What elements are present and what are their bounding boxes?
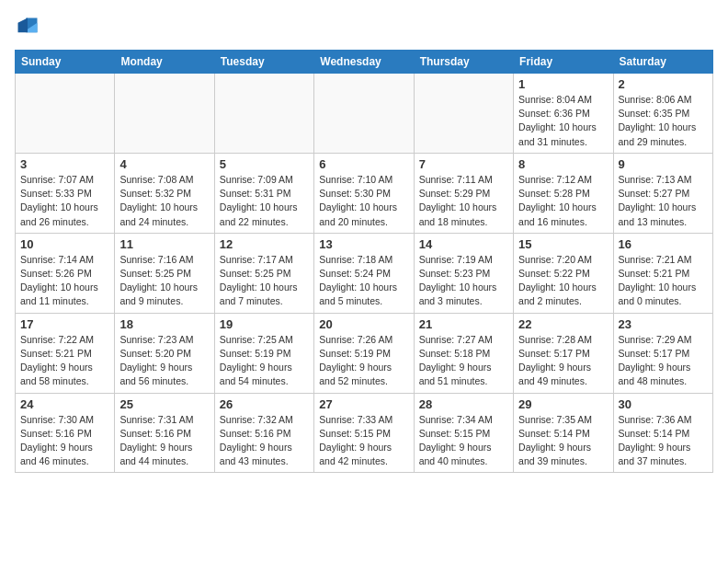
calendar-cell: 17Sunrise: 7:22 AMSunset: 5:21 PMDayligh… (16, 313, 115, 393)
day-info: Sunrise: 7:10 AMSunset: 5:30 PMDaylight:… (319, 173, 408, 229)
day-info: Sunrise: 7:11 AMSunset: 5:29 PMDaylight:… (419, 173, 508, 229)
day-info: Sunrise: 7:12 AMSunset: 5:28 PMDaylight:… (518, 173, 608, 229)
day-info: Sunrise: 7:32 AMSunset: 5:16 PMDaylight:… (220, 413, 309, 469)
day-info: Sunrise: 7:19 AMSunset: 5:23 PMDaylight:… (419, 253, 508, 309)
day-info: Sunrise: 7:36 AMSunset: 5:14 PMDaylight:… (619, 413, 708, 469)
day-info: Sunrise: 7:30 AMSunset: 5:16 PMDaylight:… (20, 413, 109, 469)
calendar-cell: 20Sunrise: 7:26 AMSunset: 5:19 PMDayligh… (314, 313, 414, 393)
day-header-friday: Friday (514, 51, 613, 74)
day-number: 21 (419, 317, 508, 331)
day-number: 16 (619, 237, 708, 251)
calendar-cell: 19Sunrise: 7:25 AMSunset: 5:19 PMDayligh… (214, 313, 313, 393)
calendar-cell: 25Sunrise: 7:31 AMSunset: 5:16 PMDayligh… (115, 393, 214, 473)
calendar-cell: 4Sunrise: 7:08 AMSunset: 5:32 PMDaylight… (115, 153, 214, 233)
calendar-cell (414, 74, 513, 154)
day-number: 19 (220, 317, 309, 331)
page-header (15, 15, 713, 40)
day-number: 9 (619, 157, 708, 171)
day-header-monday: Monday (115, 51, 214, 74)
calendar-cell (115, 74, 214, 154)
calendar-cell: 15Sunrise: 7:20 AMSunset: 5:22 PMDayligh… (514, 233, 613, 313)
calendar-cell: 29Sunrise: 7:35 AMSunset: 5:14 PMDayligh… (514, 393, 613, 473)
day-info: Sunrise: 7:08 AMSunset: 5:32 PMDaylight:… (119, 173, 209, 229)
day-number: 11 (119, 237, 209, 251)
calendar-cell: 12Sunrise: 7:17 AMSunset: 5:25 PMDayligh… (214, 233, 313, 313)
calendar-cell: 30Sunrise: 7:36 AMSunset: 5:14 PMDayligh… (613, 393, 712, 473)
calendar-cell: 10Sunrise: 7:14 AMSunset: 5:26 PMDayligh… (16, 233, 115, 313)
calendar-cell: 6Sunrise: 7:10 AMSunset: 5:30 PMDaylight… (314, 153, 414, 233)
calendar-header: SundayMondayTuesdayWednesdayThursdayFrid… (16, 51, 713, 74)
day-number: 22 (518, 317, 608, 331)
day-number: 12 (220, 237, 309, 251)
day-number: 30 (619, 397, 708, 411)
calendar-cell (16, 74, 115, 154)
day-number: 1 (518, 77, 608, 91)
day-info: Sunrise: 7:33 AMSunset: 5:15 PMDaylight:… (319, 413, 408, 469)
day-number: 14 (419, 237, 508, 251)
calendar-cell: 1Sunrise: 8:04 AMSunset: 6:36 PMDaylight… (514, 74, 613, 154)
day-number: 23 (619, 317, 708, 331)
day-info: Sunrise: 8:04 AMSunset: 6:36 PMDaylight:… (518, 93, 608, 149)
day-info: Sunrise: 7:21 AMSunset: 5:21 PMDaylight:… (619, 253, 708, 309)
day-number: 28 (419, 397, 508, 411)
calendar-cell: 14Sunrise: 7:19 AMSunset: 5:23 PMDayligh… (414, 233, 513, 313)
day-header-wednesday: Wednesday (314, 51, 414, 74)
day-info: Sunrise: 7:22 AMSunset: 5:21 PMDaylight:… (20, 333, 109, 389)
day-header-sunday: Sunday (16, 51, 115, 74)
week-row-5: 24Sunrise: 7:30 AMSunset: 5:16 PMDayligh… (16, 393, 713, 473)
day-number: 15 (518, 237, 608, 251)
day-info: Sunrise: 7:28 AMSunset: 5:17 PMDaylight:… (518, 333, 608, 389)
day-info: Sunrise: 7:35 AMSunset: 5:14 PMDaylight:… (518, 413, 608, 469)
day-info: Sunrise: 7:09 AMSunset: 5:31 PMDaylight:… (220, 173, 309, 229)
day-number: 17 (20, 317, 109, 331)
calendar-table: SundayMondayTuesdayWednesdayThursdayFrid… (15, 50, 713, 473)
calendar-cell: 7Sunrise: 7:11 AMSunset: 5:29 PMDaylight… (414, 153, 513, 233)
day-number: 27 (319, 397, 408, 411)
calendar-cell: 13Sunrise: 7:18 AMSunset: 5:24 PMDayligh… (314, 233, 414, 313)
day-info: Sunrise: 7:31 AMSunset: 5:16 PMDaylight:… (119, 413, 209, 469)
day-number: 26 (220, 397, 309, 411)
calendar-cell: 2Sunrise: 8:06 AMSunset: 6:35 PMDaylight… (613, 74, 712, 154)
day-info: Sunrise: 7:16 AMSunset: 5:25 PMDaylight:… (119, 253, 209, 309)
calendar-cell: 23Sunrise: 7:29 AMSunset: 5:17 PMDayligh… (613, 313, 712, 393)
calendar-cell: 22Sunrise: 7:28 AMSunset: 5:17 PMDayligh… (514, 313, 613, 393)
day-info: Sunrise: 7:17 AMSunset: 5:25 PMDaylight:… (220, 253, 309, 309)
day-number: 10 (20, 237, 109, 251)
calendar-cell: 18Sunrise: 7:23 AMSunset: 5:20 PMDayligh… (115, 313, 214, 393)
svg-marker-1 (18, 18, 28, 33)
logo-icon (15, 15, 40, 40)
day-number: 2 (619, 77, 708, 91)
day-info: Sunrise: 7:26 AMSunset: 5:19 PMDaylight:… (319, 333, 408, 389)
day-number: 29 (518, 397, 608, 411)
day-info: Sunrise: 7:14 AMSunset: 5:26 PMDaylight:… (20, 253, 109, 309)
calendar-cell: 16Sunrise: 7:21 AMSunset: 5:21 PMDayligh… (613, 233, 712, 313)
calendar-cell (214, 74, 313, 154)
day-number: 25 (119, 397, 209, 411)
day-info: Sunrise: 7:13 AMSunset: 5:27 PMDaylight:… (619, 173, 708, 229)
day-number: 13 (319, 237, 408, 251)
day-info: Sunrise: 7:29 AMSunset: 5:17 PMDaylight:… (619, 333, 708, 389)
day-info: Sunrise: 7:27 AMSunset: 5:18 PMDaylight:… (419, 333, 508, 389)
day-header-thursday: Thursday (414, 51, 513, 74)
calendar-cell: 26Sunrise: 7:32 AMSunset: 5:16 PMDayligh… (214, 393, 313, 473)
calendar-cell: 24Sunrise: 7:30 AMSunset: 5:16 PMDayligh… (16, 393, 115, 473)
day-number: 8 (518, 157, 608, 171)
calendar-cell: 5Sunrise: 7:09 AMSunset: 5:31 PMDaylight… (214, 153, 313, 233)
day-info: Sunrise: 7:07 AMSunset: 5:33 PMDaylight:… (20, 173, 109, 229)
week-row-2: 3Sunrise: 7:07 AMSunset: 5:33 PMDaylight… (16, 153, 713, 233)
calendar-cell: 3Sunrise: 7:07 AMSunset: 5:33 PMDaylight… (16, 153, 115, 233)
day-number: 18 (119, 317, 209, 331)
calendar-cell (314, 74, 414, 154)
calendar-cell: 11Sunrise: 7:16 AMSunset: 5:25 PMDayligh… (115, 233, 214, 313)
day-info: Sunrise: 7:34 AMSunset: 5:15 PMDaylight:… (419, 413, 508, 469)
calendar-cell: 28Sunrise: 7:34 AMSunset: 5:15 PMDayligh… (414, 393, 513, 473)
day-number: 4 (119, 157, 209, 171)
calendar-cell: 8Sunrise: 7:12 AMSunset: 5:28 PMDaylight… (514, 153, 613, 233)
calendar-cell: 9Sunrise: 7:13 AMSunset: 5:27 PMDaylight… (613, 153, 712, 233)
day-info: Sunrise: 7:25 AMSunset: 5:19 PMDaylight:… (220, 333, 309, 389)
day-info: Sunrise: 7:23 AMSunset: 5:20 PMDaylight:… (119, 333, 209, 389)
logo (15, 15, 44, 40)
day-header-tuesday: Tuesday (214, 51, 313, 74)
day-header-saturday: Saturday (613, 51, 712, 74)
week-row-3: 10Sunrise: 7:14 AMSunset: 5:26 PMDayligh… (16, 233, 713, 313)
